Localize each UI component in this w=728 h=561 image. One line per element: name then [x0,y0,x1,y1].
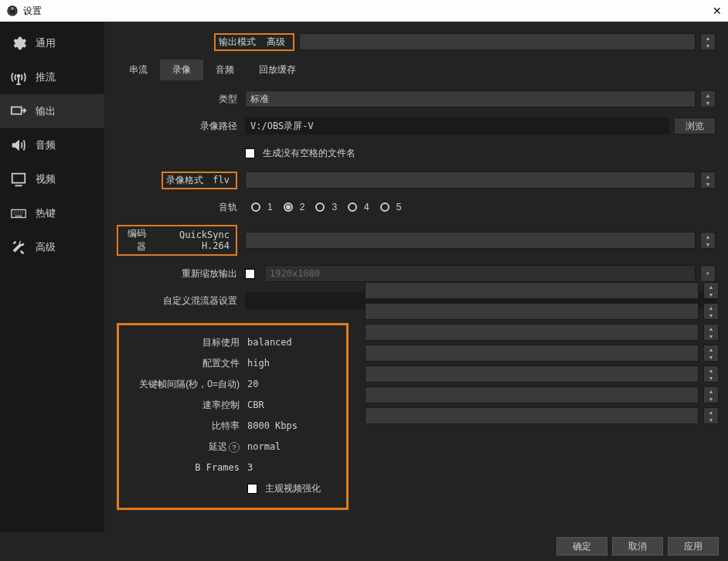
type-spinner[interactable]: ▲▼ [700,90,716,107]
sidebar-item-label: 输出 [36,104,56,118]
ok-button[interactable]: 确定 [556,537,607,556]
sidebar-item-output[interactable]: 输出 [0,94,104,128]
rescale-checkbox[interactable] [245,269,255,279]
svg-rect-5 [12,174,26,183]
monitor-icon [9,170,28,189]
muxer-label: 自定义混流器设置 [117,294,240,308]
speaker-icon [9,136,28,155]
sidebar-item-general[interactable]: 通用 [0,26,104,60]
svg-point-3 [18,75,20,77]
profile-spinner[interactable]: ▲▼ [703,303,719,320]
target-value: balanced [247,337,292,348]
profile-select[interactable] [365,303,699,320]
keyframe-label: 关键帧间隔(秒，0=自动) [119,378,243,391]
highlight-output-mode: 输出模式 高级 [214,33,294,51]
sidebar-item-label: 通用 [36,36,56,50]
keyframe-spinner[interactable]: ▲▼ [703,324,719,341]
sidebar-item-stream[interactable]: 推流 [0,60,104,94]
format-spinner[interactable]: ▲▼ [700,172,716,189]
format-label: 录像格式 [166,174,209,187]
titlebar: 设置 ✕ [0,0,728,22]
profile-label: 配置文件 [119,357,243,370]
output-mode-value: 高级 [262,36,290,49]
enhance-checkbox[interactable] [247,484,257,494]
rate-spinner[interactable]: ▲▼ [703,345,719,362]
sidebar-item-label: 推流 [36,70,56,84]
apply-button[interactable]: 应用 [668,537,719,556]
keyboard-icon [9,204,28,223]
output-mode-spinner[interactable]: ▲▼ [700,33,716,50]
tab-audio[interactable]: 音频 [203,60,247,80]
bitrate-spinner[interactable]: ▲▼ [703,366,719,382]
sidebar-item-label: 热键 [36,206,56,220]
bframes-value: 3 [247,462,253,473]
sidebar-item-label: 视频 [36,172,56,186]
track-3-radio[interactable] [315,202,325,212]
sidebar-item-advanced[interactable]: 高级 [0,230,104,264]
main-area: 输出模式 高级 ▲▼ 串流 录像 音频 回放缓存 类型 标准 ▲▼ 录像路径 V… [104,22,728,532]
type-select[interactable]: 标准 [245,90,696,107]
svg-point-2 [11,7,14,10]
track-5-radio[interactable] [380,202,390,212]
latency-value: normal [247,441,281,452]
tabs: 串流 录像 音频 回放缓存 [117,60,716,80]
cancel-button[interactable]: 取消 [612,537,663,556]
track-1-radio[interactable] [251,202,260,212]
bframes-input[interactable] [365,407,699,424]
rescale-spinner[interactable]: ▾ [700,265,716,282]
tab-recording[interactable]: 录像 [160,60,203,80]
encoder-select[interactable] [245,232,696,249]
sidebar: 通用 推流 输出 音频 视频 热键 高级 [0,22,104,532]
output-mode-select[interactable] [299,33,696,50]
bitrate-input[interactable] [365,366,699,382]
bframes-label: B Frames [119,462,243,473]
encoder-label: 编码器 [121,227,152,253]
rate-select[interactable] [365,345,699,362]
bitrate-label: 比特率 [119,420,243,433]
footer: 确定 取消 应用 [0,532,728,561]
path-input[interactable]: V:/OBS录屏-V [245,117,669,134]
sidebar-item-hotkeys[interactable]: 热键 [0,196,104,230]
close-button[interactable]: ✕ [713,5,722,17]
enhance-label: 主观视频强化 [265,482,321,495]
track-2-radio[interactable] [284,202,293,212]
output-icon [9,102,28,121]
nospace-checkbox[interactable] [245,148,255,158]
rate-label: 速率控制 [119,399,243,412]
antenna-icon [9,68,28,87]
tools-icon [9,238,28,257]
gear-icon [9,34,28,53]
encoder-value: QuickSync H.264 [152,230,233,251]
tab-replay[interactable]: 回放缓存 [247,60,308,80]
profile-value: high [247,358,270,369]
bframes-spinner[interactable]: ▲▼ [703,407,719,424]
path-label: 录像路径 [117,120,240,133]
browse-button[interactable]: 浏览 [674,117,716,134]
rescale-label: 重新缩放输出 [117,267,240,280]
sidebar-item-audio[interactable]: 音频 [0,128,104,162]
keyframe-value: 20 [247,379,258,389]
sidebar-item-video[interactable]: 视频 [0,162,104,196]
format-select[interactable] [245,172,696,189]
help-icon[interactable]: ? [229,442,240,453]
bitrate-value: 8000 Kbps [247,420,298,431]
track-4-radio[interactable] [348,202,357,212]
latency-label: 延迟? [119,440,243,454]
target-select[interactable] [365,282,699,299]
format-value: flv [209,175,233,185]
tab-stream[interactable]: 串流 [117,60,160,80]
sidebar-item-label: 高级 [36,240,56,254]
latency-spinner[interactable]: ▲▼ [703,386,719,403]
highlight-format: 录像格式 flv [162,172,237,189]
latency-select[interactable] [365,386,699,403]
encoder-spinner[interactable]: ▲▼ [700,232,716,249]
type-label: 类型 [117,93,240,106]
highlight-encoder: 编码器 QuickSync H.264 [117,225,237,256]
target-spinner[interactable]: ▲▼ [703,282,719,299]
sidebar-item-label: 音频 [36,138,56,152]
svg-rect-4 [12,107,22,114]
window-title: 设置 [23,5,42,18]
keyframe-input[interactable] [365,324,699,341]
app-icon [6,5,19,17]
target-label: 目标使用 [119,336,243,349]
